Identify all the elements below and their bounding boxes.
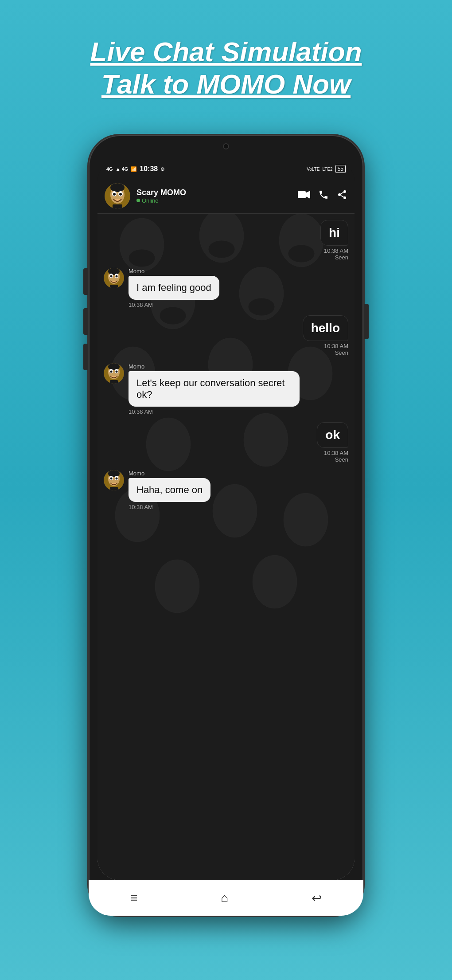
- bottom-nav: ≡ ⌂ ↩: [89, 880, 363, 916]
- message-sent-3: ok 10:38 AM Seen: [317, 422, 348, 463]
- svg-rect-8: [298, 191, 306, 198]
- status-right: VoLTE LTE2 55: [307, 165, 346, 173]
- status-left: 4G ▲ 4G 📶 10:38 ⊙: [106, 165, 164, 173]
- network-indicator2: ▲ 4G: [116, 166, 129, 172]
- back-nav-icon[interactable]: ↩: [312, 891, 322, 906]
- svg-rect-59: [110, 487, 118, 490]
- momo-avatar-1: [104, 268, 124, 288]
- phone-device: 4G ▲ 4G 📶 10:38 ⊙ VoLTE LTE2 55: [89, 135, 363, 916]
- msg-content-3: Momo Haha, come on 10:38 AM: [129, 470, 210, 510]
- bubble-sent-1: hi: [320, 220, 348, 246]
- svg-point-57: [110, 478, 113, 480]
- contact-status: Online: [136, 197, 292, 204]
- signal-bars: 📶: [131, 166, 137, 172]
- momo-avatar-2: [104, 363, 124, 384]
- message-sent-2: hello 10:38 AM Seen: [303, 315, 348, 356]
- online-dot: [136, 199, 140, 202]
- msg-meta-received-3: 10:38 AM: [129, 504, 210, 510]
- svg-rect-43: [110, 285, 118, 288]
- bubble-sent-3: ok: [317, 422, 348, 448]
- msg-content-2: Momo Let's keep our conversation secret …: [129, 363, 300, 415]
- time-display: 10:38: [140, 165, 158, 173]
- share-icon[interactable]: [337, 189, 347, 203]
- status-text: Online: [142, 197, 159, 204]
- svg-marker-9: [306, 191, 310, 199]
- svg-point-38: [108, 268, 120, 275]
- sender-name-2: Momo: [129, 363, 300, 370]
- svg-point-10: [343, 190, 346, 193]
- svg-point-12: [343, 196, 346, 199]
- battery-indicator: 55: [335, 165, 346, 173]
- bubble-received-2: Let's keep our conversation secret ok?: [129, 371, 300, 407]
- phone-screen: 4G ▲ 4G 📶 10:38 ⊙ VoLTE LTE2 55: [97, 160, 355, 880]
- bubble-received-3: Haha, come on: [129, 478, 210, 502]
- network-indicator: 4G: [106, 166, 113, 172]
- phone-shell: 4G ▲ 4G 📶 10:38 ⊙ VoLTE LTE2 55: [89, 135, 363, 916]
- msg-content-1: Momo I am feeling good 10:38 AM: [129, 268, 219, 308]
- chat-body: hi 10:38 AM Seen: [97, 214, 355, 880]
- svg-line-13: [341, 195, 344, 197]
- svg-rect-51: [110, 380, 118, 384]
- page-subtitle: Talk to MOMO Now: [101, 68, 351, 100]
- header-icons[interactable]: [298, 189, 347, 203]
- lte2-label: LTE2: [322, 167, 332, 172]
- message-sent-1: hi 10:38 AM Seen: [320, 220, 348, 261]
- phone-call-icon[interactable]: [318, 189, 329, 203]
- svg-point-5: [113, 193, 116, 196]
- gps-icon: ⊙: [160, 166, 164, 172]
- message-received-2: Momo Let's keep our conversation secret …: [104, 363, 300, 415]
- svg-point-6: [119, 193, 122, 196]
- msg-meta-received-1: 10:38 AM: [129, 302, 219, 308]
- svg-rect-7: [113, 204, 122, 209]
- bubble-sent-2: hello: [303, 315, 348, 341]
- svg-point-41: [110, 275, 113, 278]
- camera-notch: [223, 143, 229, 149]
- contact-name: Scary MOMO: [136, 188, 292, 197]
- svg-point-49: [110, 371, 113, 373]
- home-nav-icon[interactable]: ⌂: [221, 891, 228, 905]
- msg-meta-received-2: 10:38 AM: [129, 408, 300, 415]
- status-bar: 4G ▲ 4G 📶 10:38 ⊙ VoLTE LTE2 55: [97, 160, 355, 178]
- bubble-received-1: I am feeling good: [129, 276, 219, 300]
- chat-header: Scary MOMO Online: [97, 178, 355, 214]
- svg-point-42: [116, 275, 118, 278]
- svg-point-58: [116, 478, 118, 480]
- svg-point-54: [108, 470, 120, 477]
- message-received-3: Momo Haha, come on 10:38 AM: [104, 470, 210, 510]
- sender-name-3: Momo: [129, 470, 210, 477]
- menu-nav-icon[interactable]: ≡: [130, 891, 137, 905]
- volte-label: VoLTE: [307, 167, 320, 172]
- contact-avatar: [105, 183, 130, 209]
- svg-point-2: [110, 183, 125, 192]
- svg-point-46: [108, 363, 120, 370]
- msg-meta-sent-1: 10:38 AM Seen: [324, 247, 348, 261]
- contact-info: Scary MOMO Online: [136, 188, 292, 204]
- msg-meta-sent-3: 10:38 AM Seen: [324, 450, 348, 463]
- momo-avatar-3: [104, 470, 124, 490]
- msg-meta-sent-2: 10:38 AM Seen: [324, 343, 348, 356]
- svg-line-14: [341, 192, 344, 194]
- message-received-1: Momo I am feeling good 10:38 AM: [104, 268, 219, 308]
- page-title: Live Chat Simulation: [63, 35, 388, 68]
- messages-container: hi 10:38 AM Seen: [97, 214, 355, 851]
- video-call-icon[interactable]: [298, 190, 310, 202]
- svg-point-11: [338, 193, 341, 196]
- sender-name-1: Momo: [129, 268, 219, 274]
- svg-point-50: [116, 371, 118, 373]
